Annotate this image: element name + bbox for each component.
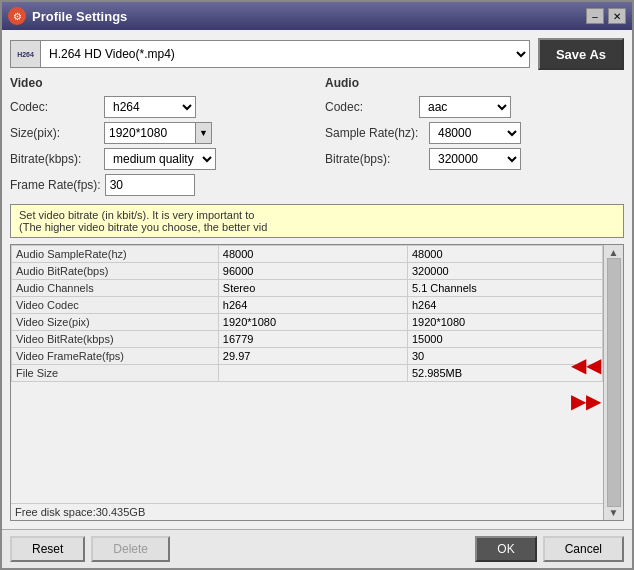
audio-codec-label: Codec: xyxy=(325,100,415,114)
audio-samplerate-row: Sample Rate(hz): 48000 xyxy=(325,122,624,144)
bottom-bar: Reset Delete OK Cancel xyxy=(2,529,632,568)
close-button[interactable]: ✕ xyxy=(608,8,626,24)
row-label: Video Size(pix) xyxy=(12,314,219,331)
video-codec-select[interactable]: h264 xyxy=(105,98,195,116)
audio-bitrate-row: Bitrate(bps): 320000 xyxy=(325,148,624,170)
video-size-arrow[interactable]: ▼ xyxy=(195,123,211,143)
row-col2: 48000 xyxy=(218,246,407,263)
table-row: File Size52.985MB xyxy=(12,365,603,382)
video-group-label: Video xyxy=(10,76,309,90)
row-col2: 1920*1080 xyxy=(218,314,407,331)
profile-select-wrapper: H264 H.264 HD Video(*.mp4) xyxy=(10,40,530,68)
video-codec-label: Codec: xyxy=(10,100,100,114)
row-col3: 5.1 Channels xyxy=(407,280,602,297)
scroll-down-arrow[interactable]: ▼ xyxy=(609,507,619,518)
audio-codec-select[interactable]: aac xyxy=(420,98,510,116)
audio-group-label: Audio xyxy=(325,76,624,90)
row-col2 xyxy=(218,365,407,382)
bottom-right-buttons: OK Cancel xyxy=(475,536,624,562)
audio-samplerate-select-wrapper: 48000 xyxy=(429,122,521,144)
video-bitrate-select[interactable]: medium quality xyxy=(105,150,215,168)
audio-samplerate-select[interactable]: 48000 xyxy=(430,124,520,142)
minimize-button[interactable]: – xyxy=(586,8,604,24)
reset-button[interactable]: Reset xyxy=(10,536,85,562)
cancel-button[interactable]: Cancel xyxy=(543,536,624,562)
row-label: Audio BitRate(bps) xyxy=(12,263,219,280)
table-row: Video Size(pix)1920*10801920*1080 xyxy=(12,314,603,331)
audio-bitrate-select-wrapper: 320000 xyxy=(429,148,521,170)
video-bitrate-label: Bitrate(kbps): xyxy=(10,152,100,166)
video-bitrate-select-wrapper: medium quality xyxy=(104,148,216,170)
bitrate-tooltip: Set video bitrate (in kbit/s). It is ver… xyxy=(10,204,624,238)
profile-settings-window: ⚙ Profile Settings – ✕ H264 H.264 HD Vid… xyxy=(0,0,634,570)
row-col3: 48000 xyxy=(407,246,602,263)
profile-icon: H264 xyxy=(11,41,41,67)
save-as-button[interactable]: Save As xyxy=(538,38,624,70)
nav-prev-arrow[interactable]: ◀◀ xyxy=(571,355,601,375)
video-size-row: Size(pix): ▼ xyxy=(10,122,309,144)
row-col2: Stereo xyxy=(218,280,407,297)
video-framerate-label: Frame Rate(fps): xyxy=(10,178,101,192)
row-col2: 96000 xyxy=(218,263,407,280)
row-label: Video BitRate(kbps) xyxy=(12,331,219,348)
row-col3: h264 xyxy=(407,297,602,314)
window-icon: ⚙ xyxy=(8,7,26,25)
audio-samplerate-label: Sample Rate(hz): xyxy=(325,126,425,140)
audio-bitrate-select[interactable]: 320000 xyxy=(430,150,520,168)
bottom-left-buttons: Reset Delete xyxy=(10,536,170,562)
audio-bitrate-label: Bitrate(bps): xyxy=(325,152,425,166)
title-bar: ⚙ Profile Settings – ✕ xyxy=(2,2,632,30)
row-col2: h264 xyxy=(218,297,407,314)
row-col3: 1920*1080 xyxy=(407,314,602,331)
row-col3: 320000 xyxy=(407,263,602,280)
video-size-label: Size(pix): xyxy=(10,126,100,140)
scroll-up-arrow[interactable]: ▲ xyxy=(609,247,619,258)
window-controls: – ✕ xyxy=(586,8,626,24)
delete-button[interactable]: Delete xyxy=(91,536,170,562)
table-row: Audio SampleRate(hz)4800048000 xyxy=(12,246,603,263)
video-codec-select-wrapper: h264 xyxy=(104,96,196,118)
row-label: Video Codec xyxy=(12,297,219,314)
row-label: File Size xyxy=(12,365,219,382)
disk-space-label: Free disk space:30.435GB xyxy=(11,503,623,520)
table-row: Video Codech264h264 xyxy=(12,297,603,314)
profile-row: H264 H.264 HD Video(*.mp4) Save As xyxy=(10,38,624,70)
tooltip-text: Set video bitrate (in kbit/s). It is ver… xyxy=(19,209,267,233)
ok-button[interactable]: OK xyxy=(475,536,536,562)
table-scroll[interactable]: Audio SampleRate(hz)4800048000Audio BitR… xyxy=(11,245,603,503)
nav-arrows: ◀◀ ▶▶ xyxy=(571,355,601,411)
scrollbar[interactable]: ▲ ▼ xyxy=(603,245,623,520)
video-size-input[interactable] xyxy=(105,125,195,141)
table-row: Audio ChannelsStereo5.1 Channels xyxy=(12,280,603,297)
row-label: Video FrameRate(fps) xyxy=(12,348,219,365)
row-col2: 29.97 xyxy=(218,348,407,365)
video-framerate-input[interactable] xyxy=(105,174,195,196)
comparison-table-section: Audio SampleRate(hz)4800048000Audio BitR… xyxy=(10,244,624,521)
video-size-input-wrapper: ▼ xyxy=(104,122,212,144)
table-row: Video BitRate(kbps)1677915000 xyxy=(12,331,603,348)
comparison-table: Audio SampleRate(hz)4800048000Audio BitR… xyxy=(11,245,603,382)
main-content: H264 H.264 HD Video(*.mp4) Save As Video… xyxy=(2,30,632,529)
row-label: Audio Channels xyxy=(12,280,219,297)
profile-select[interactable]: H.264 HD Video(*.mp4) xyxy=(41,44,529,64)
nav-next-arrow[interactable]: ▶▶ xyxy=(571,391,601,411)
table-row: Audio BitRate(bps)96000320000 xyxy=(12,263,603,280)
table-row: Video FrameRate(fps)29.9730 xyxy=(12,348,603,365)
row-col2: 16779 xyxy=(218,331,407,348)
row-label: Audio SampleRate(hz) xyxy=(12,246,219,263)
video-group: Video Codec: h264 Size(pix): ▼ xyxy=(10,76,309,196)
video-bitrate-row: Bitrate(kbps): medium quality xyxy=(10,148,309,170)
audio-codec-select-wrapper: aac xyxy=(419,96,511,118)
settings-row: Video Codec: h264 Size(pix): ▼ xyxy=(10,76,624,196)
scroll-thumb[interactable] xyxy=(607,258,621,507)
audio-group: Audio Codec: aac Sample Rate(hz): 48000 xyxy=(325,76,624,196)
row-col3: 15000 xyxy=(407,331,602,348)
video-codec-row: Codec: h264 xyxy=(10,96,309,118)
window-title: Profile Settings xyxy=(32,9,586,24)
audio-codec-row: Codec: aac xyxy=(325,96,624,118)
video-framerate-row: Frame Rate(fps): xyxy=(10,174,309,196)
